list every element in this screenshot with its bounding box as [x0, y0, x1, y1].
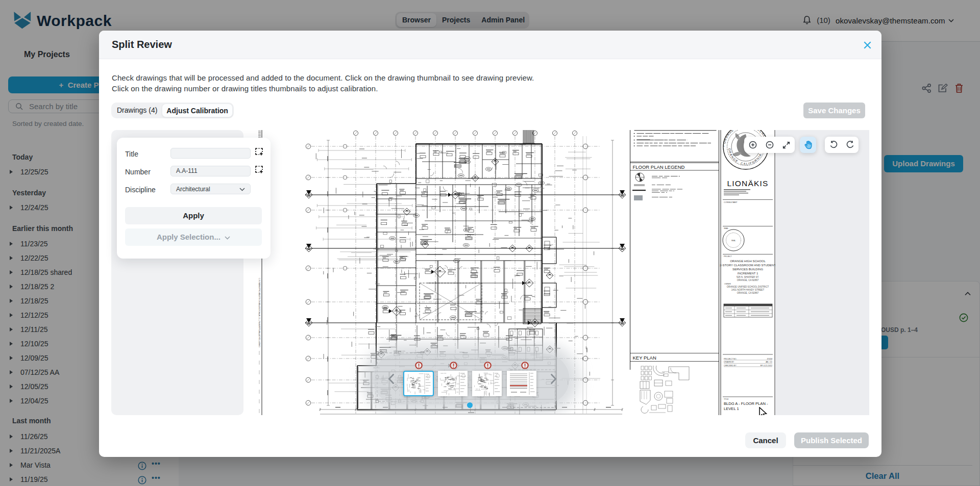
svg-text:SEAL: SEAL [724, 227, 728, 229]
svg-text:ORANGE, CA 92867: ORANGE, CA 92867 [737, 292, 759, 294]
svg-text:C:\USERS\PROJECTS\OUSD_BLDGA_A: C:\USERS\PROJECTS\OUSD_BLDGA_A-111_FLOOR… [258, 278, 261, 347]
svg-text:INCREMENT 1: INCREMENT 1 [738, 272, 758, 275]
svg-text:2-STORY CLASSROOM AND STUDENT: 2-STORY CLASSROOM AND STUDENT [720, 264, 775, 267]
svg-text:CONSULTANT: CONSULTANT [724, 201, 738, 203]
svg-text:BLDG A - FLOOR PLAN -: BLDG A - FLOOR PLAN - [724, 401, 768, 406]
svg-text:PROJECT: PROJECT [724, 255, 732, 258]
svg-text:1401 NORTH HANDY STREET: 1401 NORTH HANDY STREET [731, 289, 765, 291]
svg-text:LIONÄKIS: LIONÄKIS [727, 179, 768, 188]
svg-text:KEY PLAN: KEY PLAN [633, 355, 656, 361]
svg-text:SERVICES BUILDING: SERVICES BUILDING [732, 268, 764, 271]
svg-text:525 N. SHAFFER ST.: 525 N. SHAFFER ST. [737, 276, 759, 278]
svg-text:37458: 37458 [767, 358, 772, 360]
svg-text:AB, CD: AB, CD [766, 361, 772, 363]
svg-text:CHECKED BY: CHECKED BY [724, 365, 737, 367]
svg-text:OWNER: OWNER [724, 283, 731, 285]
svg-text:LEVEL 1: LEVEL 1 [724, 406, 739, 411]
svg-text:PROJECT NO.: PROJECT NO. [724, 358, 737, 360]
svg-text:ORANGE UNIFIED SCHOOL DISTRICT: ORANGE UNIFIED SCHOOL DISTRICT [727, 286, 769, 288]
svg-text:SEAL: SEAL [731, 240, 736, 242]
svg-text:TITLE: TITLE [724, 398, 729, 400]
svg-text:FLOOR PLAN LEGEND: FLOOR PLAN LEGEND [633, 164, 685, 170]
svg-text:ORANGE, CA 92867: ORANGE, CA 92867 [737, 279, 759, 282]
svg-text:EF 4-22-2022: EF 4-22-2022 [761, 365, 772, 367]
svg-text:ORANGE HIGH SCHOOL: ORANGE HIGH SCHOOL [730, 260, 766, 263]
svg-text:DRAWN BY: DRAWN BY [724, 361, 734, 363]
